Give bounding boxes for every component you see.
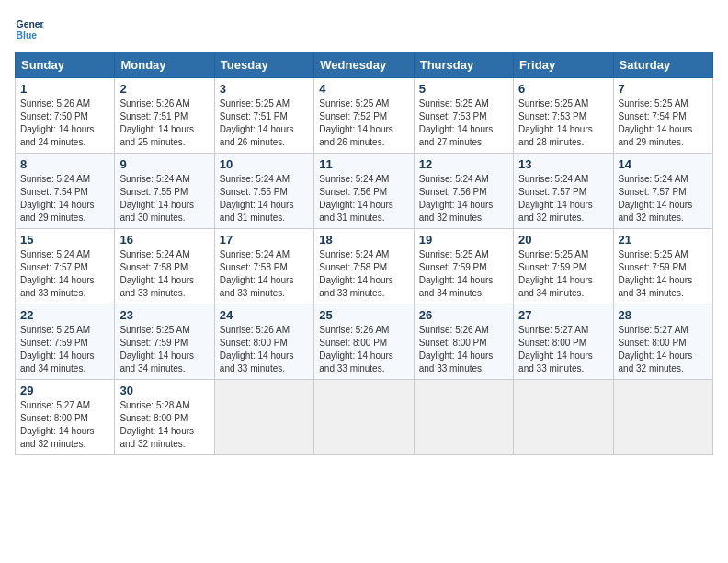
day-number: 28 <box>619 308 708 322</box>
day-number: 11 <box>319 157 408 171</box>
calendar-cell <box>414 380 513 455</box>
day-info: Sunrise: 5:24 AM Sunset: 7:54 PM Dayligh… <box>20 173 109 224</box>
day-info: Sunrise: 5:24 AM Sunset: 7:56 PM Dayligh… <box>419 173 508 224</box>
calendar-cell <box>514 380 613 455</box>
day-number: 30 <box>119 384 209 397</box>
day-number: 29 <box>20 384 109 397</box>
calendar-cell: 23 Sunrise: 5:25 AM Sunset: 7:59 PM Dayl… <box>115 304 214 380</box>
day-number: 3 <box>220 82 309 96</box>
calendar-cell: 27 Sunrise: 5:27 AM Sunset: 8:00 PM Dayl… <box>514 304 613 380</box>
day-info: Sunrise: 5:27 AM Sunset: 8:00 PM Dayligh… <box>518 324 608 375</box>
calendar-cell: 4 Sunrise: 5:25 AM Sunset: 7:52 PM Dayli… <box>314 78 414 154</box>
day-info: Sunrise: 5:25 AM Sunset: 7:52 PM Dayligh… <box>319 98 408 149</box>
day-number: 26 <box>419 308 508 322</box>
calendar-cell: 9 Sunrise: 5:24 AM Sunset: 7:55 PM Dayli… <box>115 154 214 229</box>
weekday-header-thursday: Thursday <box>414 52 513 78</box>
day-info: Sunrise: 5:26 AM Sunset: 8:00 PM Dayligh… <box>220 324 309 375</box>
calendar-cell: 20 Sunrise: 5:25 AM Sunset: 7:59 PM Dayl… <box>514 229 613 304</box>
day-info: Sunrise: 5:26 AM Sunset: 8:00 PM Dayligh… <box>419 324 508 375</box>
day-info: Sunrise: 5:24 AM Sunset: 7:57 PM Dayligh… <box>518 173 608 224</box>
day-info: Sunrise: 5:24 AM Sunset: 7:58 PM Dayligh… <box>119 248 209 300</box>
weekday-header-wednesday: Wednesday <box>314 52 414 78</box>
day-number: 18 <box>319 233 408 247</box>
day-number: 16 <box>119 233 209 247</box>
calendar-cell: 17 Sunrise: 5:24 AM Sunset: 7:58 PM Dayl… <box>214 229 313 304</box>
calendar-cell: 3 Sunrise: 5:25 AM Sunset: 7:51 PM Dayli… <box>214 78 313 154</box>
calendar-cell: 28 Sunrise: 5:27 AM Sunset: 8:00 PM Dayl… <box>613 304 712 380</box>
day-info: Sunrise: 5:24 AM Sunset: 7:57 PM Dayligh… <box>20 248 109 300</box>
day-number: 4 <box>319 82 408 96</box>
calendar-cell <box>314 380 414 455</box>
day-number: 20 <box>518 233 608 247</box>
day-info: Sunrise: 5:25 AM Sunset: 7:59 PM Dayligh… <box>619 248 708 300</box>
calendar-cell: 22 Sunrise: 5:25 AM Sunset: 7:59 PM Dayl… <box>16 304 115 380</box>
calendar-cell: 13 Sunrise: 5:24 AM Sunset: 7:57 PM Dayl… <box>514 154 613 229</box>
day-info: Sunrise: 5:24 AM Sunset: 7:55 PM Dayligh… <box>119 173 209 224</box>
calendar-cell: 6 Sunrise: 5:25 AM Sunset: 7:53 PM Dayli… <box>514 78 613 154</box>
day-number: 10 <box>220 157 309 171</box>
day-info: Sunrise: 5:26 AM Sunset: 7:50 PM Dayligh… <box>20 98 109 149</box>
calendar-header-row: SundayMondayTuesdayWednesdayThursdayFrid… <box>16 52 713 78</box>
calendar-cell <box>613 380 712 455</box>
day-number: 22 <box>20 308 109 322</box>
calendar-cell: 26 Sunrise: 5:26 AM Sunset: 8:00 PM Dayl… <box>414 304 513 380</box>
logo-icon: General Blue <box>15 15 44 44</box>
weekday-header-friday: Friday <box>514 52 613 78</box>
day-info: Sunrise: 5:25 AM Sunset: 7:59 PM Dayligh… <box>518 248 608 300</box>
calendar-week-4: 22 Sunrise: 5:25 AM Sunset: 7:59 PM Dayl… <box>16 304 713 380</box>
calendar-cell: 19 Sunrise: 5:25 AM Sunset: 7:59 PM Dayl… <box>414 229 513 304</box>
day-number: 17 <box>220 233 309 247</box>
day-number: 7 <box>619 82 708 96</box>
calendar-week-1: 1 Sunrise: 5:26 AM Sunset: 7:50 PM Dayli… <box>16 78 713 154</box>
day-info: Sunrise: 5:24 AM Sunset: 7:55 PM Dayligh… <box>220 173 309 224</box>
calendar-body: 1 Sunrise: 5:26 AM Sunset: 7:50 PM Dayli… <box>16 78 713 455</box>
day-info: Sunrise: 5:26 AM Sunset: 8:00 PM Dayligh… <box>319 324 408 375</box>
day-info: Sunrise: 5:25 AM Sunset: 7:53 PM Dayligh… <box>419 98 508 149</box>
calendar-cell: 25 Sunrise: 5:26 AM Sunset: 8:00 PM Dayl… <box>314 304 414 380</box>
day-number: 8 <box>20 157 109 171</box>
day-number: 5 <box>419 82 508 96</box>
calendar-cell: 16 Sunrise: 5:24 AM Sunset: 7:58 PM Dayl… <box>115 229 214 304</box>
day-info: Sunrise: 5:25 AM Sunset: 7:51 PM Dayligh… <box>220 98 309 149</box>
day-number: 12 <box>419 157 508 171</box>
calendar-cell: 15 Sunrise: 5:24 AM Sunset: 7:57 PM Dayl… <box>16 229 115 304</box>
calendar-week-5: 29 Sunrise: 5:27 AM Sunset: 8:00 PM Dayl… <box>16 380 713 455</box>
calendar-cell: 7 Sunrise: 5:25 AM Sunset: 7:54 PM Dayli… <box>613 78 712 154</box>
calendar-cell: 12 Sunrise: 5:24 AM Sunset: 7:56 PM Dayl… <box>414 154 513 229</box>
day-number: 27 <box>518 308 608 322</box>
calendar-cell: 24 Sunrise: 5:26 AM Sunset: 8:00 PM Dayl… <box>214 304 313 380</box>
weekday-header-monday: Monday <box>115 52 214 78</box>
day-number: 13 <box>518 157 608 171</box>
weekday-header-tuesday: Tuesday <box>214 52 313 78</box>
calendar-cell <box>214 380 313 455</box>
calendar-cell: 11 Sunrise: 5:24 AM Sunset: 7:56 PM Dayl… <box>314 154 414 229</box>
day-number: 15 <box>20 233 109 247</box>
day-info: Sunrise: 5:28 AM Sunset: 8:00 PM Dayligh… <box>119 399 209 451</box>
weekday-header-saturday: Saturday <box>613 52 712 78</box>
day-info: Sunrise: 5:25 AM Sunset: 7:59 PM Dayligh… <box>20 324 109 375</box>
calendar-cell: 2 Sunrise: 5:26 AM Sunset: 7:51 PM Dayli… <box>115 78 214 154</box>
logo: General Blue <box>15 15 44 44</box>
day-info: Sunrise: 5:25 AM Sunset: 7:53 PM Dayligh… <box>518 98 608 149</box>
day-info: Sunrise: 5:24 AM Sunset: 7:57 PM Dayligh… <box>619 173 708 224</box>
day-number: 6 <box>518 82 608 96</box>
svg-text:Blue: Blue <box>17 30 38 40</box>
calendar-cell: 30 Sunrise: 5:28 AM Sunset: 8:00 PM Dayl… <box>115 380 214 455</box>
day-info: Sunrise: 5:24 AM Sunset: 7:56 PM Dayligh… <box>319 173 408 224</box>
calendar-cell: 1 Sunrise: 5:26 AM Sunset: 7:50 PM Dayli… <box>16 78 115 154</box>
day-info: Sunrise: 5:25 AM Sunset: 7:59 PM Dayligh… <box>119 324 209 375</box>
day-number: 1 <box>20 82 109 96</box>
day-number: 21 <box>619 233 708 247</box>
calendar-cell: 14 Sunrise: 5:24 AM Sunset: 7:57 PM Dayl… <box>613 154 712 229</box>
weekday-header-sunday: Sunday <box>16 52 115 78</box>
calendar-week-3: 15 Sunrise: 5:24 AM Sunset: 7:57 PM Dayl… <box>16 229 713 304</box>
day-number: 14 <box>619 157 708 171</box>
day-info: Sunrise: 5:25 AM Sunset: 7:59 PM Dayligh… <box>419 248 508 300</box>
calendar-cell: 21 Sunrise: 5:25 AM Sunset: 7:59 PM Dayl… <box>613 229 712 304</box>
day-number: 24 <box>220 308 309 322</box>
day-number: 9 <box>119 157 209 171</box>
calendar-cell: 5 Sunrise: 5:25 AM Sunset: 7:53 PM Dayli… <box>414 78 513 154</box>
calendar-table: SundayMondayTuesdayWednesdayThursdayFrid… <box>15 52 713 455</box>
day-number: 23 <box>119 308 209 322</box>
calendar-cell: 10 Sunrise: 5:24 AM Sunset: 7:55 PM Dayl… <box>214 154 313 229</box>
